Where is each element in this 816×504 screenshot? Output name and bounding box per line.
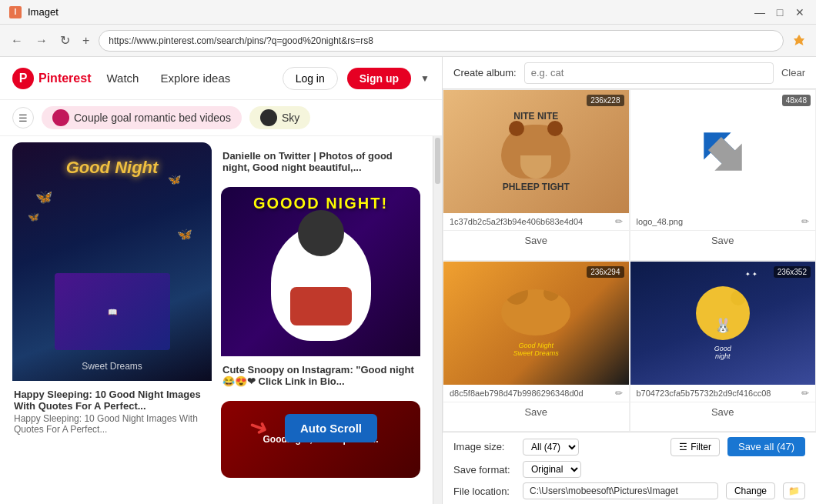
save-format-select[interactable]: Original	[523, 461, 581, 478]
image-preview-2: 236x294 Good NightSweet Dreams	[443, 262, 629, 385]
album-bar: Create album: Clear	[443, 57, 816, 89]
save-button-0[interactable]: Save	[443, 230, 629, 250]
image-dimensions-2: 236x294	[587, 266, 624, 278]
new-tab-button[interactable]: +	[79, 31, 92, 51]
pinterest-panel: P Pinterest Watch Explore ideas Log in S…	[0, 57, 443, 504]
save-format-row: Save format: Original	[453, 461, 805, 478]
main-layout: P Pinterest Watch Explore ideas Log in S…	[0, 57, 816, 504]
search-pill-avatar	[52, 109, 69, 126]
pin-card-goodnight[interactable]: 🦋 🦋 🦋 🦋 📖 Sweet Dreams Happy Sleeping: 1…	[12, 142, 212, 438]
image-cell-2: 236x294 Good NightSweet Dreams d8c5f8aeb…	[443, 261, 630, 432]
filter-label: Filter	[691, 442, 711, 452]
images-grid: 236x228 NITE NITE PHLEEP TIGHT 1c37db2c5…	[443, 89, 816, 432]
sky-pill-text: Sky	[282, 112, 299, 124]
pin-grid: 🦋 🦋 🦋 🦋 📖 Sweet Dreams Happy Sleeping: 1…	[0, 136, 433, 504]
filter-icon: ☲	[679, 442, 687, 452]
sky-pill-icon	[260, 109, 277, 126]
scrollbar[interactable]	[433, 136, 442, 504]
extension-icon[interactable]	[790, 32, 808, 50]
image-dimensions-3: 236x352	[774, 266, 811, 278]
pin-title-goodnight: Happy Sleeping: 10 Good Night Images Wit…	[12, 381, 212, 438]
save-button-3[interactable]: Save	[630, 402, 816, 422]
edit-icon-0[interactable]: ✏	[615, 216, 623, 227]
image-size-row: Image size: All (47) ☲ Filter Save all (…	[453, 437, 805, 456]
image-preview-0: 236x228 NITE NITE PHLEEP TIGHT	[443, 90, 629, 213]
image-filename-1: logo_48.png	[637, 217, 799, 226]
filter-icon[interactable]: ☰	[12, 107, 34, 129]
image-filename-0: 1c37db2c5a2f3b94e406b683e4d04	[450, 217, 612, 226]
minimize-button[interactable]: ―	[753, 5, 767, 19]
image-filename-3: b704723cfa5b75732b2d9cf416cc08	[637, 389, 799, 398]
image-cell-0: 236x228 NITE NITE PHLEEP TIGHT 1c37db2c5…	[443, 89, 630, 261]
clear-button[interactable]: Clear	[781, 67, 805, 78]
browserbar: ← → ↻ +	[0, 25, 816, 57]
imaget-panel: Create album: Clear 236x228 NITE NITE	[443, 57, 816, 504]
change-button[interactable]: Change	[726, 482, 775, 499]
album-label: Create album:	[453, 67, 517, 78]
image-cell-3: 236x352 🐰 ✦ ✦ Goodnight b704723cfa5b7573…	[630, 261, 817, 432]
maximize-button[interactable]: □	[773, 5, 787, 19]
pinterest-logo: P Pinterest	[12, 68, 91, 89]
auto-scroll-button[interactable]: Auto Scroll	[285, 414, 377, 442]
pin-image-snoopy: GOOOD NIGHT!	[221, 187, 420, 356]
image-preview-3: 236x352 🐰 ✦ ✦ Goodnight	[630, 262, 816, 385]
pinterest-content: 🦋 🦋 🦋 🦋 📖 Sweet Dreams Happy Sleeping: 1…	[0, 136, 442, 504]
save-all-button[interactable]: Save all (47)	[727, 437, 805, 456]
edit-icon-1[interactable]: ✏	[801, 216, 809, 227]
folder-button[interactable]: 📁	[783, 482, 805, 499]
titlebar-controls[interactable]: ― □ ✕	[753, 5, 807, 19]
file-location-input[interactable]	[523, 482, 718, 499]
forward-button[interactable]: →	[32, 31, 51, 51]
pinterest-p-logo: P	[12, 68, 34, 89]
back-button[interactable]: ←	[8, 31, 26, 51]
search-bar: ☰ Couple goal romantic bed videos Sky	[0, 100, 442, 136]
save-button-1[interactable]: Save	[630, 230, 816, 250]
edit-icon-2[interactable]: ✏	[615, 388, 623, 399]
nav-watch[interactable]: Watch	[100, 68, 145, 88]
pin-card-snoopy[interactable]: GOOOD NIGHT! Cute Snoopy on Instagram: "…	[221, 187, 420, 392]
save-format-label: Save format:	[453, 464, 515, 476]
pin-title-snoopy: Cute Snoopy on Instagram: "Good night 😂😍…	[221, 356, 420, 392]
pinterest-nav: P Pinterest Watch Explore ideas Log in S…	[0, 57, 442, 100]
nav-explore[interactable]: Explore ideas	[154, 68, 236, 88]
image-filename-2: d8c5f8aeb798d47b9986296348d0d	[450, 389, 612, 398]
app-title: Imaget	[28, 6, 59, 18]
image-info-0: 1c37db2c5a2f3b94e406b683e4d04 ✏	[443, 213, 629, 230]
pin-card-danielle[interactable]: Danielle on Twitter | Photos of good nig…	[221, 142, 420, 178]
edit-icon-3[interactable]: ✏	[801, 388, 809, 399]
close-button[interactable]: ✕	[793, 5, 807, 19]
pin-title-danielle: Danielle on Twitter | Photos of good nig…	[221, 142, 420, 178]
pin-caption-sweetdreams: Sweet Dreams	[82, 361, 142, 372]
search-pill-text: Couple goal romantic bed videos	[74, 112, 231, 124]
pinterest-wordmark: Pinterest	[38, 72, 91, 85]
image-size-label: Image size:	[453, 441, 515, 452]
titlebar: I Imaget ― □ ✕	[0, 0, 816, 25]
signup-button[interactable]: Sign up	[347, 68, 411, 89]
bottom-controls: Image size: All (47) ☲ Filter Save all (…	[443, 432, 816, 504]
image-dimensions-1: 48x48	[782, 95, 811, 106]
filter-button[interactable]: ☲ Filter	[671, 438, 720, 456]
file-location-label: File location:	[453, 486, 515, 497]
address-bar[interactable]	[99, 30, 784, 52]
file-location-row: File location: Change 📁	[453, 482, 805, 499]
save-button-2[interactable]: Save	[443, 402, 629, 422]
album-input[interactable]	[524, 62, 774, 84]
image-cell-1: 48x48 logo_48.png ✏	[630, 89, 817, 261]
auto-scroll-area: ➜ Auto Scroll	[285, 414, 377, 442]
app-icon: I	[9, 6, 22, 18]
image-dimensions-0: 236x228	[587, 95, 624, 106]
titlebar-left: I Imaget	[9, 6, 59, 18]
refresh-button[interactable]: ↻	[57, 30, 73, 51]
search-pill-couple[interactable]: Couple goal romantic bed videos	[42, 106, 242, 129]
image-info-2: d8c5f8aeb798d47b9986296348d0d ✏	[443, 385, 629, 402]
login-button[interactable]: Log in	[283, 67, 338, 90]
pin-image-goodnight: 🦋 🦋 🦋 🦋 📖 Sweet Dreams	[12, 142, 212, 381]
image-preview-1: 48x48	[630, 90, 816, 213]
image-info-1: logo_48.png ✏	[630, 213, 816, 230]
image-size-select[interactable]: All (47)	[523, 439, 579, 456]
nav-chevron-icon[interactable]: ▼	[420, 73, 430, 84]
sky-pill[interactable]: Sky	[249, 106, 310, 129]
image-info-3: b704723cfa5b75732b2d9cf416cc08 ✏	[630, 385, 816, 402]
